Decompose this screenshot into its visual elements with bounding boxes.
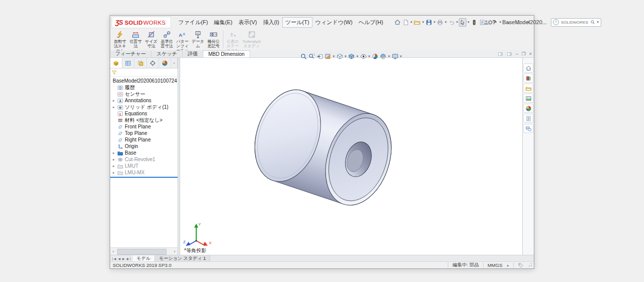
expand-arrow[interactable]: ▸ [112, 105, 116, 109]
help-dropdown[interactable]: ▾ [499, 20, 501, 24]
datum-location-dimension-button[interactable]: 基準位置寸法 [159, 29, 175, 48]
select-button[interactable] [459, 18, 466, 27]
help-button[interactable]: ? [493, 19, 496, 25]
scrollbar-thumb[interactable] [117, 249, 167, 255]
tree-item-base[interactable]: ▸ Base [110, 150, 178, 156]
tab-featuremanager[interactable] [110, 58, 122, 68]
size-dimension-button[interactable]: サイズ寸法 [143, 29, 159, 48]
tree-item-right-plane[interactable]: Right Plane [110, 136, 178, 143]
tab-configurationmanager[interactable] [134, 58, 146, 68]
resize-grip[interactable] [528, 263, 532, 267]
apply-scene-icon[interactable] [380, 53, 387, 60]
undo-dropdown[interactable]: ▾ [456, 20, 458, 24]
rebuild-button[interactable] [470, 18, 478, 27]
tab-features[interactable]: フィーチャー [110, 50, 151, 57]
doc-minimize-button[interactable]: – [516, 51, 518, 56]
expand-arrow[interactable]: ▸ [112, 171, 116, 175]
search-icon[interactable] [590, 20, 595, 25]
save-dropdown[interactable]: ▾ [434, 20, 436, 24]
menu-file[interactable]: ファイル(F) [175, 17, 211, 28]
user-account-icon[interactable] [483, 19, 490, 26]
home-button[interactable] [393, 18, 401, 27]
expand-arrow[interactable]: ▸ [112, 99, 116, 103]
menu-window[interactable]: ウィンドウ(W) [312, 17, 356, 28]
display-style-dropdown[interactable]: ▾ [356, 54, 358, 58]
maximize-button[interactable]: □ [515, 19, 522, 25]
help-search-box[interactable]: ? ▾ [551, 18, 601, 27]
tree-item-origin[interactable]: Origin [110, 143, 178, 150]
tree-item-lmut[interactable]: ▸ LMUT [110, 163, 178, 169]
tree-horizontal-scrollbar[interactable]: ‹ › [110, 247, 178, 255]
tree-item-top-plane[interactable]: Top Plane [110, 130, 178, 136]
file-explorer-button[interactable] [523, 84, 533, 93]
rollback-bar[interactable] [110, 177, 178, 178]
datum-button[interactable]: データム [190, 29, 206, 48]
tab-displaymanager[interactable] [159, 58, 171, 68]
print-dropdown[interactable]: ▾ [445, 20, 447, 24]
search-input[interactable] [560, 20, 589, 25]
tree-root[interactable]: BaseModel20200610100724 (Default< [110, 78, 178, 84]
menu-view[interactable]: 表示(V) [235, 17, 260, 28]
edit-appearance-icon[interactable] [372, 53, 379, 60]
select-dropdown[interactable]: ▾ [467, 20, 469, 24]
appearances-scenes-button[interactable] [523, 104, 533, 113]
tree-item-equations[interactable]: Equations [110, 110, 178, 117]
menu-help[interactable]: ヘルプ(H) [356, 17, 386, 28]
print-button[interactable] [436, 18, 444, 27]
display-pane-icon[interactable] [498, 51, 503, 57]
solidworks-resources-button[interactable] [523, 63, 533, 73]
tree-item-lmu-mx[interactable]: ▸ LMU-MX [110, 169, 178, 176]
display-style-icon[interactable] [348, 53, 355, 60]
model-tab[interactable]: モデル [133, 255, 155, 261]
tree-item-solid-bodies[interactable]: ▸ ソリッド ボディ(1) [110, 104, 178, 110]
geometric-tolerance-button[interactable]: 幾何公差記号 [206, 29, 221, 48]
unit-system-button[interactable]: MMGS [488, 262, 503, 268]
tree-item-sensors[interactable]: センサー [110, 91, 178, 97]
expand-arrow[interactable]: ▸ [112, 158, 116, 162]
zoom-to-area-icon[interactable] [308, 53, 315, 60]
expand-arrow[interactable]: ▸ [112, 151, 116, 155]
view-settings-dropdown[interactable]: ▾ [400, 54, 402, 58]
view-settings-icon[interactable] [391, 53, 398, 60]
tab-sketch[interactable]: スケッチ [151, 50, 183, 57]
view-orientation-dropdown[interactable]: ▾ [345, 54, 347, 58]
pane-split-icon[interactable] [507, 51, 512, 57]
scroll-left-arrow[interactable]: ‹ [110, 249, 116, 254]
tab-propertymanager[interactable] [122, 58, 134, 68]
zoom-to-fit-icon[interactable] [300, 53, 307, 60]
view-orientation-icon[interactable] [336, 53, 343, 60]
next-tab-button[interactable]: ▶ [121, 255, 126, 261]
design-library-button[interactable] [523, 74, 533, 83]
undo-button[interactable] [448, 18, 455, 27]
motion-study-tab[interactable]: モーション スタディ 1 [155, 255, 210, 261]
prev-tab-button[interactable]: ◀ [117, 255, 122, 261]
section-view-dropdown[interactable]: ▾ [333, 54, 335, 58]
scroll-right-arrow[interactable]: › [172, 249, 178, 254]
pattern-feature-button[interactable]: パターンフィーチャ [175, 29, 190, 53]
unit-system-dropdown[interactable]: ▴ [507, 263, 509, 267]
tree-item-cut-revolve1[interactable]: ▸ Cut-Revolve1 [110, 156, 178, 163]
doc-restore-button[interactable]: ❐ [522, 51, 526, 56]
more-panel-tabs-button[interactable]: › [171, 58, 178, 68]
expand-arrow[interactable]: ▸ [112, 164, 116, 168]
tab-dimxpertmanager[interactable] [147, 58, 159, 68]
tolanalyst-study-button[interactable]: TolAnalyst スタディ [240, 29, 263, 48]
apply-scene-dropdown[interactable]: ▾ [388, 54, 390, 58]
hide-show-items-dropdown[interactable]: ▾ [368, 54, 370, 58]
search-dropdown[interactable]: ▾ [597, 20, 599, 24]
last-tab-button[interactable]: ▶❘ [126, 255, 133, 261]
menu-insert[interactable]: 挿入(I) [260, 17, 282, 28]
menu-tools[interactable]: ツール(T) [282, 17, 312, 28]
view-palette-button[interactable] [523, 94, 533, 103]
tree-filter-row[interactable] [110, 68, 178, 77]
custom-properties-button[interactable] [523, 114, 533, 123]
menu-edit[interactable]: 編集(E) [211, 17, 235, 28]
minimize-button[interactable]: – [505, 19, 512, 25]
tree-item-front-plane[interactable]: Front Plane [110, 123, 178, 130]
location-dimension-button[interactable]: 位置寸法 [128, 29, 143, 48]
tree-item-annotations[interactable]: ▸ Annotations [110, 97, 178, 104]
section-view-icon[interactable] [324, 53, 331, 60]
tab-evaluate[interactable]: 評価 [183, 50, 203, 57]
scrollbar-track[interactable] [116, 248, 172, 254]
open-dropdown[interactable]: ▾ [422, 20, 424, 24]
